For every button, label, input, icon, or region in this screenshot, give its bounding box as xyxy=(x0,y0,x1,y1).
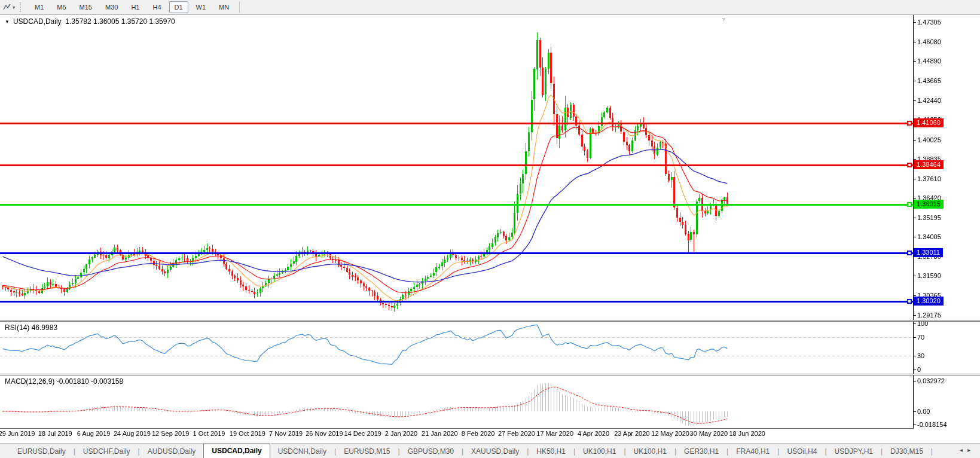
tab-separator: | xyxy=(931,445,933,458)
rsi-label: RSI(14) 46.9983 xyxy=(5,323,57,332)
date-label: 4 Apr 2020 xyxy=(578,430,609,437)
price-tick-label: 1.34005 xyxy=(917,233,941,240)
tab-scroll-arrows: ◂▸ xyxy=(960,447,975,453)
date-label: 30 May 2020 xyxy=(690,430,728,437)
tab-usdcnh-daily[interactable]: USDCNH,Daily xyxy=(270,445,334,458)
price-tick-tick xyxy=(914,42,916,42)
period-buttons-group: M1M5M15M30H1H4D1W1MN xyxy=(28,1,236,13)
date-label: 7 Nov 2019 xyxy=(269,430,303,437)
mt4-window: ▾ M1M5M15M30H1H4D1W1MN ▼USDCAD,Daily 1.3… xyxy=(0,0,980,458)
period-button-m1[interactable]: M1 xyxy=(29,1,49,13)
period-button-m15[interactable]: M15 xyxy=(74,1,97,13)
tab-uk100-h1[interactable]: UK100,H1 xyxy=(575,445,624,458)
price-tick-tick xyxy=(914,22,916,23)
toolbar-separator xyxy=(239,2,240,13)
date-label: 18 Jul 2019 xyxy=(38,430,72,437)
date-label: 6 Aug 2019 xyxy=(77,430,111,437)
date-label: 14 Dec 2019 xyxy=(344,430,381,437)
periods-toolbar: ▾ M1M5M15M30H1H4D1W1MN xyxy=(0,0,980,15)
price-tick-tick xyxy=(914,295,916,296)
macd-tick-tick xyxy=(914,381,916,381)
tab-dj30-m15[interactable]: DJ30,M15 xyxy=(883,445,931,458)
period-button-mn[interactable]: MN xyxy=(213,1,234,13)
chart-tab-bar: EURUSD,Daily|USDCHF,Daily|AUDUSD,DailyUS… xyxy=(0,443,980,458)
price-badge-1.30020: 1.30020 xyxy=(914,297,944,306)
period-button-d1[interactable]: D1 xyxy=(169,1,188,13)
chart-title: ▼USDCAD,Daily 1.35782 1.36005 1.35720 1.… xyxy=(5,17,175,26)
price-tick-tick xyxy=(914,315,916,316)
date-label: 1 Oct 2019 xyxy=(193,430,225,437)
price-badge-1.38464: 1.38464 xyxy=(914,160,944,169)
tab-usoil-h4[interactable]: USOil,H4 xyxy=(779,445,825,458)
hline-handle[interactable] xyxy=(907,163,912,167)
tab-usdchf-daily[interactable]: USDCHF,Daily xyxy=(75,445,138,458)
price-tick-label: 1.44890 xyxy=(917,57,941,65)
pane-separator-main-rsi[interactable] xyxy=(0,320,980,322)
price-badge-1.36015: 1.36015 xyxy=(914,200,944,209)
chart-canvas[interactable] xyxy=(0,0,980,458)
price-tick-label: 1.40025 xyxy=(917,136,941,143)
rsi-tick-tick xyxy=(914,323,916,324)
date-label: 12 May 2020 xyxy=(651,430,689,437)
period-button-w1[interactable]: W1 xyxy=(191,1,212,13)
date-label: 18 Jun 2020 xyxy=(729,430,765,437)
date-label: 17 Mar 2020 xyxy=(536,430,573,437)
chart-menu-icon[interactable]: ▼ xyxy=(5,19,10,25)
rsi-tick-label: 0 xyxy=(917,366,921,373)
date-label: 8 Feb 2020 xyxy=(462,430,495,437)
pane-separator-rsi-macd[interactable] xyxy=(0,374,980,375)
price-tick-label: 1.29175 xyxy=(917,312,941,319)
price-tick-label: 1.46080 xyxy=(917,38,941,45)
tab-scroll-right-icon[interactable]: ▸ xyxy=(967,447,975,453)
toolbar-grip[interactable] xyxy=(20,2,23,12)
date-label: 26 Nov 2019 xyxy=(306,430,343,437)
tab-eurusd-m15[interactable]: EURUSD,M15 xyxy=(336,445,398,458)
price-tick-tick xyxy=(914,61,916,62)
macd-tick-label: 0.00 xyxy=(917,408,930,415)
price-tick-label: 1.42440 xyxy=(917,97,941,104)
price-tick-label: 1.37610 xyxy=(917,175,941,182)
tab-ger30-h1[interactable]: GER30,H1 xyxy=(676,445,726,458)
hline-handle[interactable] xyxy=(907,251,912,255)
tab-eurusd-daily[interactable]: EURUSD,Daily xyxy=(10,445,74,458)
rsi-value: 46.9983 xyxy=(32,323,57,332)
tab-uk100-h1[interactable]: UK100,H1 xyxy=(626,445,674,458)
rsi-tick-tick xyxy=(914,370,916,370)
tab-usdjpy-h1[interactable]: USDJPY,H1 xyxy=(827,445,881,458)
price-tick-tick xyxy=(914,140,916,141)
macd-tick-tick xyxy=(914,411,916,412)
macd-label: MACD(12,26,9) -0.001810 -0.003158 xyxy=(5,377,123,386)
price-tick-label: 1.35195 xyxy=(917,214,941,221)
chart-shift-marker[interactable]: ▿ xyxy=(722,16,725,22)
macd-tick-label: 0.032972 xyxy=(917,377,945,384)
price-axis-border xyxy=(913,15,914,429)
tab-hk50-h1[interactable]: HK50,H1 xyxy=(529,445,573,458)
macd-tick-label: -0.018154 xyxy=(917,421,947,428)
chart-tools-caret[interactable]: ▾ xyxy=(13,5,15,10)
date-label: 12 Sep 2019 xyxy=(152,430,189,437)
tab-audusd-daily[interactable]: AUDUSD,Daily xyxy=(140,445,204,458)
date-label: 29 Jun 2019 xyxy=(0,430,35,437)
chart-tools-icon[interactable] xyxy=(2,1,13,13)
period-button-m5[interactable]: M5 xyxy=(51,1,71,13)
hline-handle[interactable] xyxy=(907,121,912,126)
rsi-tick-tick xyxy=(914,337,916,338)
hline-handle[interactable] xyxy=(907,299,912,304)
date-label: 24 Aug 2019 xyxy=(114,430,151,437)
hline-handle[interactable] xyxy=(907,202,912,207)
period-button-h4[interactable]: H4 xyxy=(147,1,166,13)
price-tick-label: 1.31590 xyxy=(917,272,941,279)
tab-scroll-left-icon[interactable]: ◂ xyxy=(960,447,967,453)
price-badge-1.41060: 1.41060 xyxy=(914,118,944,127)
tab-fra40-h1[interactable]: FRA40,H1 xyxy=(728,445,777,458)
tab-gbpusd-m30[interactable]: GBPUSD,M30 xyxy=(400,445,462,458)
period-button-h1[interactable]: H1 xyxy=(126,1,145,13)
tab-usdcad-daily[interactable]: USDCAD,Daily xyxy=(203,444,270,458)
rsi-name: RSI(14) xyxy=(5,323,29,332)
macd-tick-tick xyxy=(914,425,916,425)
period-button-m30[interactable]: M30 xyxy=(100,1,123,13)
price-tick-tick xyxy=(914,276,916,276)
price-tick-tick xyxy=(914,198,916,199)
tab-xauusd-daily[interactable]: XAUUSD,Daily xyxy=(463,445,527,458)
price-tick-tick xyxy=(914,81,916,81)
